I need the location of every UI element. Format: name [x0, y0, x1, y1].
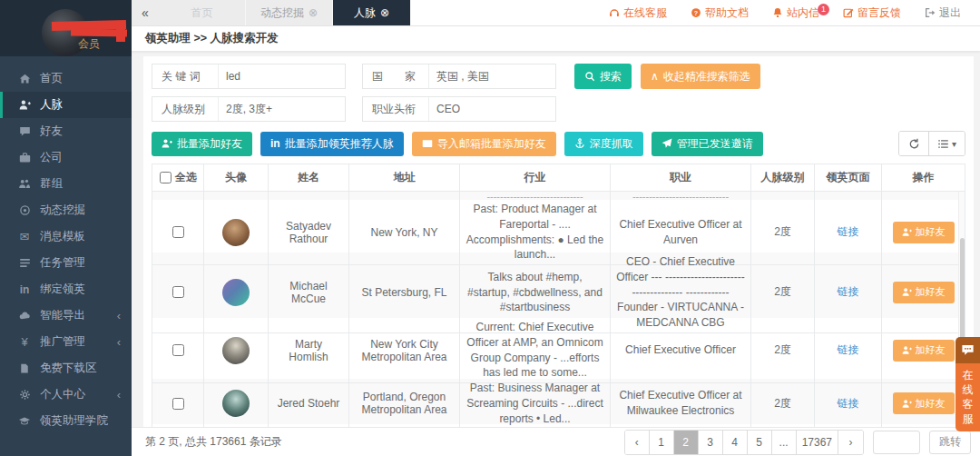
row-checkbox[interactable]: [172, 398, 184, 410]
column-settings-button[interactable]: ▾: [928, 132, 965, 155]
title-input[interactable]: [428, 97, 555, 121]
row-checkbox[interactable]: [172, 286, 184, 298]
chat-bubble-button[interactable]: [956, 337, 980, 363]
page-prev[interactable]: ‹: [625, 431, 650, 454]
sidebar-item-smart-export[interactable]: 智能导出 ‹: [0, 302, 132, 329]
keyword-label: 关 键 词: [152, 69, 218, 84]
sidebar-item-label: 消息模板: [40, 229, 85, 244]
page-jump-button[interactable]: 跳转: [929, 431, 971, 454]
country-label: 国 家: [363, 69, 428, 84]
headset-icon: [609, 7, 620, 18]
keyword-input[interactable]: [218, 64, 345, 88]
column-header-industry: 行业: [460, 164, 611, 192]
logout-link[interactable]: 退出: [913, 5, 973, 21]
sidebar-item-message-templates[interactable]: ✉ 消息模板: [0, 223, 132, 250]
deep-crawl-button[interactable]: 深度抓取: [564, 132, 643, 156]
collapse-button-label: 收起精准搜索筛选: [663, 69, 750, 84]
sidebar-item-connections[interactable]: 人脉: [0, 92, 132, 118]
add-friend-button[interactable]: 加好友: [893, 222, 955, 243]
page-jump-input[interactable]: [873, 431, 920, 454]
linkedin-page-link[interactable]: 链接: [838, 342, 859, 358]
column-header-address: 地址: [349, 164, 460, 192]
table-row: Jered Stoehr Portland, Oregon Metropolit…: [152, 379, 965, 424]
linkedin-page-link[interactable]: 链接: [838, 396, 859, 411]
content-panel: 关 键 词 国 家 搜索 ∧ 收起精准搜索筛选: [143, 56, 974, 427]
close-tab-icon[interactable]: ⊗: [380, 7, 389, 18]
gear-icon: [16, 389, 33, 401]
add-friend-button[interactable]: 加好友: [893, 282, 955, 303]
sidebar-item-promotion[interactable]: ¥ 推广管理 ‹: [0, 329, 132, 355]
collapse-up-icon: ∧: [651, 70, 659, 83]
industry-cell: Past: Former Co-Owner at Elite Hail Solu…: [460, 424, 611, 427]
online-support-tab[interactable]: 在线客服: [956, 363, 980, 431]
manage-invites-button[interactable]: 管理已发送邀请: [652, 132, 763, 156]
redaction-mark: [116, 22, 125, 42]
user-plus-icon: [902, 345, 912, 355]
tab-label: 人脉: [354, 5, 376, 21]
online-support-link[interactable]: 在线客服: [597, 5, 679, 21]
envelope-icon: ✉: [16, 231, 33, 243]
user-plus-icon: [902, 227, 912, 237]
add-friend-label: 加好友: [916, 343, 946, 357]
sidebar-item-label: 智能导出: [40, 308, 85, 323]
tab-home[interactable]: 首页: [159, 0, 246, 25]
link-label: 留言反馈: [858, 5, 901, 21]
batch-add-friends-button[interactable]: 批量添加好友: [152, 132, 252, 156]
page-3[interactable]: 3: [699, 431, 723, 454]
linkedin-page-link[interactable]: 链接: [838, 224, 859, 240]
feedback-link[interactable]: 留言反馈: [831, 5, 913, 21]
sidebar-item-company[interactable]: 公司: [0, 144, 132, 171]
page-5[interactable]: 5: [748, 431, 772, 454]
page-4[interactable]: 4: [723, 431, 748, 454]
button-label: 批量添加领英推荐人脉: [285, 136, 394, 152]
sidebar-item-free-downloads[interactable]: 免费下载区: [0, 355, 132, 382]
avatar-cell: [204, 318, 269, 383]
link-label: 站内信: [787, 5, 819, 21]
site-inbox-link[interactable]: 站内信 1: [760, 5, 831, 21]
batch-add-recommended-button[interactable]: in 批量添加领英推荐人脉: [260, 132, 404, 156]
edit-icon: [843, 7, 854, 18]
column-header: 全选: [175, 170, 197, 185]
page-last[interactable]: 17367: [797, 431, 838, 454]
collapse-tabs-icon[interactable]: «: [132, 0, 159, 25]
page-next[interactable]: ›: [838, 431, 863, 454]
industry-cell: Past: Business Manager at Screaming Circ…: [460, 379, 611, 427]
help-docs-link[interactable]: 帮助文档: [679, 5, 760, 21]
import-email-add-button[interactable]: 导入邮箱批量添加好友: [412, 132, 556, 156]
page-1[interactable]: 1: [650, 431, 674, 454]
sidebar-item-label: 公司: [40, 150, 63, 165]
title-label: 职业头衔: [363, 102, 428, 117]
envelope-icon: [422, 138, 433, 149]
occupation-cell: Chief Executive Officer at Milwaukee Ele…: [611, 379, 751, 427]
row-select-cell: [152, 379, 204, 427]
add-friend-button[interactable]: 加好友: [893, 392, 955, 414]
cloud-icon: [16, 310, 33, 322]
avatar: [222, 337, 250, 364]
linkedin-icon: in: [16, 284, 33, 295]
sidebar-item-groups[interactable]: 群组: [0, 171, 132, 197]
select-all-checkbox[interactable]: [160, 172, 172, 183]
search-button[interactable]: 搜索: [574, 64, 632, 89]
level-input[interactable]: [218, 97, 345, 121]
close-tab-icon[interactable]: ⊗: [309, 7, 318, 18]
sidebar-item-friends[interactable]: 好友: [0, 118, 132, 144]
sidebar-item-bind-linkedin[interactable]: in 绑定领英: [0, 276, 132, 302]
comment-icon: [16, 125, 33, 137]
sidebar-item-home[interactable]: 首页: [0, 65, 132, 92]
row-checkbox[interactable]: [172, 344, 184, 356]
tab-connections[interactable]: 人脉 ⊗: [333, 0, 411, 25]
link-label: 在线客服: [623, 5, 667, 21]
add-friend-button[interactable]: 加好友: [893, 340, 955, 362]
sidebar-item-task-management[interactable]: 任务管理: [0, 250, 132, 276]
linkedin-page-link[interactable]: 链接: [838, 284, 859, 300]
page-2-active[interactable]: 2: [674, 431, 699, 454]
row-checkbox[interactable]: [172, 226, 184, 238]
refresh-button[interactable]: [899, 132, 928, 155]
tab-dynamic-mining[interactable]: 动态挖掘 ⊗: [246, 0, 333, 25]
collapse-filters-button[interactable]: ∧ 收起精准搜索筛选: [641, 64, 760, 89]
sidebar-item-academy[interactable]: 领英助理学院: [0, 408, 132, 434]
sidebar-item-dynamic-mining[interactable]: 动态挖掘: [0, 197, 132, 223]
sidebar-item-personal-center[interactable]: 个人中心 ‹: [0, 382, 132, 408]
country-input[interactable]: [428, 64, 555, 88]
column-header-level: 人脉级别: [751, 164, 815, 192]
